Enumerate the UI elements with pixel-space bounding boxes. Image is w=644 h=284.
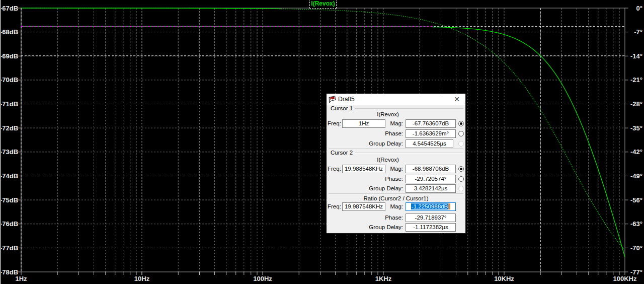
y-left-label: -69dB [0, 53, 18, 59]
cursor1-freq-label: Freq: [328, 119, 341, 128]
x-label: 1KHz [367, 275, 399, 282]
y-left-label: -77dB [0, 245, 18, 251]
ratio-freq-label: Freq: [328, 202, 341, 211]
pane-border [21, 8, 625, 272]
y-right-label: 0° [625, 5, 642, 12]
cursor1-group-delay-label: Group Delay: [348, 139, 403, 148]
cursor2-mag-field[interactable]: -68.988706dB [406, 165, 456, 173]
ratio-mag-label: Mag: [348, 202, 403, 211]
cursor-dialog: Draft5 ✕ Cursor 1 I(Revox) Freq: 1Hz Mag… [327, 94, 465, 233]
y-right-label: -7° [625, 29, 642, 35]
y-left-label: -74dB [0, 173, 18, 179]
ltspice-icon [329, 96, 336, 103]
y-right-label: -14° [625, 53, 642, 59]
y-right-label: -49° [625, 173, 642, 179]
cursor1-phase-label: Phase: [348, 129, 403, 138]
magnitude-trace[interactable] [21, 26, 625, 257]
x-label: 10Hz [126, 275, 158, 282]
y-left-label: -75dB [0, 197, 18, 203]
cursor1-trace-name: I(Revox) [327, 111, 449, 118]
cursor1-phase-radio[interactable] [458, 131, 464, 136]
cursor1-group-delay-field[interactable]: 4.5454525µs [406, 139, 453, 148]
y-left-label: -67dB [0, 5, 18, 12]
y-left-label: -68dB [0, 29, 18, 35]
cursor2-mag-radio[interactable] [458, 166, 464, 172]
x-label: 100KHz [609, 275, 641, 282]
y-left-label: -78dB [0, 269, 18, 275]
selected-text: -1.2250988dB [411, 203, 448, 209]
window-left-edge [0, 0, 1, 284]
cursor2-phase-field[interactable]: -29.720574° [406, 175, 456, 183]
dialog-titlebar[interactable]: Draft5 ✕ [327, 94, 465, 105]
y-right-label: -42° [625, 149, 642, 155]
cursor2-heading-rule [355, 153, 463, 154]
y-right-label: -21° [625, 77, 642, 83]
x-label: 100Hz [247, 275, 279, 282]
cursor1-mag-label: Mag: [348, 119, 403, 128]
close-icon[interactable]: ✕ [450, 94, 463, 105]
ratio-group-delay-label: Group Delay: [348, 223, 403, 232]
cursor2-group-delay-label: Group Delay: [348, 184, 403, 193]
cursor2-phase-radio[interactable] [458, 176, 464, 182]
trace-label[interactable]: I(Revox) [309, 0, 337, 9]
phase-trace[interactable] [21, 8, 625, 250]
y-left-label: -72dB [0, 125, 18, 131]
y-left-label: -73dB [0, 149, 18, 155]
y-left-label: -70dB [0, 77, 18, 83]
ratio-rule-right [431, 198, 463, 199]
x-label: 1Hz [5, 275, 37, 282]
cursor1-heading-rule [355, 108, 463, 109]
ratio-mag-field[interactable]: -1.2250988dB [406, 202, 456, 211]
waveform-pane[interactable] [0, 0, 644, 284]
cursor2-trace-name: I(Revox) [327, 156, 449, 164]
phase-trace-flat [21, 8, 281, 9]
y-right-label: -63° [625, 221, 642, 227]
cursor2-phase-label: Phase: [348, 175, 403, 183]
ratio-group-delay-field[interactable]: -1.1172382µs [406, 223, 456, 232]
cursor2-freq-label: Freq: [328, 165, 341, 173]
cursor2-group-delay-radio [458, 186, 464, 191]
y-right-label: -77° [625, 269, 642, 275]
cursor1-phase-field[interactable]: -1.6363629m° [406, 129, 456, 138]
cursor2-mag-label: Mag: [348, 165, 403, 173]
x-label: 10KHz [488, 275, 520, 282]
cursor1-group-delay-radio [458, 141, 464, 147]
cursor1-mag-radio[interactable] [458, 121, 464, 126]
ratio-phase-label: Phase: [348, 214, 403, 222]
cursor2-heading: Cursor 2 [331, 149, 353, 157]
y-right-label: -35° [625, 125, 642, 131]
dialog-title: Draft5 [338, 94, 355, 105]
text-caret [448, 203, 450, 209]
ratio-phase-field[interactable]: -29.718937° [406, 214, 456, 222]
ratio-separator [329, 193, 463, 194]
y-right-label: -70° [625, 245, 642, 251]
y-right-label: -56° [625, 197, 642, 203]
y-right-label: -28° [625, 101, 642, 107]
y-left-label: -76dB [0, 221, 18, 227]
ltspice-waveform-window: -67dB-68dB-69dB-70dB-71dB-72dB-73dB-74dB… [0, 0, 644, 284]
ratio-rule-left [329, 198, 362, 199]
cursor1-mag-field[interactable]: -67.763607dB [406, 119, 456, 128]
cursor2-group-delay-field[interactable]: 3.4282142µs [406, 184, 456, 193]
y-left-label: -71dB [0, 101, 18, 107]
